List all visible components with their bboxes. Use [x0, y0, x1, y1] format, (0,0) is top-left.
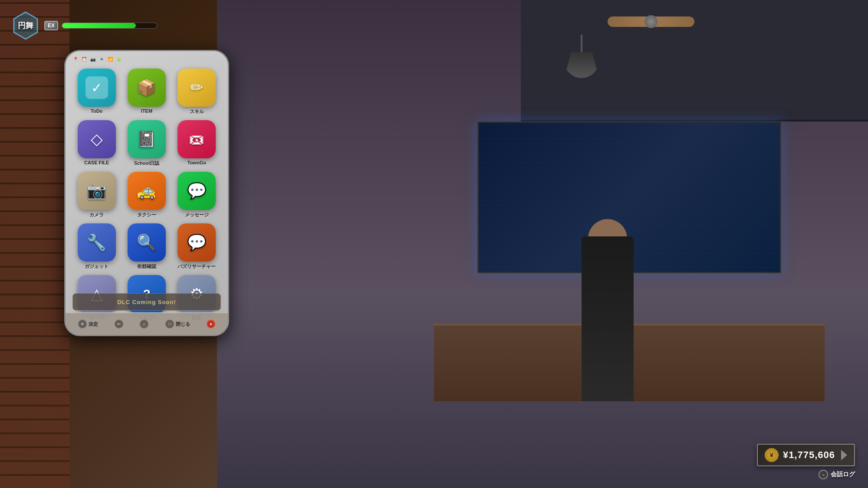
skill-symbol: ✏: [190, 79, 203, 97]
hud-character-badge: 円舞 EX: [10, 10, 157, 41]
school-symbol: 📓: [137, 130, 156, 148]
app-skill[interactable]: ✏ スキル: [174, 69, 219, 115]
app-request[interactable]: 🔍 依頼確認: [124, 223, 169, 270]
back-icon: ↩: [115, 320, 123, 328]
message-label: メッセージ: [185, 212, 209, 218]
app-item[interactable]: 📦 ITEM: [124, 69, 169, 115]
money-display: ¥ ¥1,775,606: [757, 444, 855, 466]
app-buzz[interactable]: 💬 バズリサーチャー: [174, 223, 219, 270]
chat-log-button[interactable]: ○ 会話ログ: [819, 470, 855, 479]
ceiling-light: [564, 35, 599, 78]
camera-icon: 📷: [78, 172, 116, 210]
location-icon: 📍: [72, 56, 79, 62]
phone-bottom-bar: ✕ 決定 ↩ ⌂ □ 閉じる ●: [66, 312, 228, 335]
app-school[interactable]: 📓 School日誌: [124, 120, 169, 167]
coin-icon: ¥: [765, 448, 779, 462]
casefile-icon: ◇: [78, 120, 116, 158]
exp-bar-fill: [62, 23, 136, 28]
dlc-banner: DLC Coming Soon!: [72, 293, 221, 311]
app-camera[interactable]: 📷 カメラ: [74, 172, 119, 218]
app-todo[interactable]: ✓ ToDo: [74, 69, 119, 115]
check-symbol: ✓: [85, 76, 108, 99]
taxi-symbol: 🚕: [137, 182, 156, 200]
casefile-label: CASE FILE: [84, 160, 109, 165]
buzz-icon: 💬: [178, 223, 216, 262]
bottom-btn-circle[interactable]: ●: [207, 320, 215, 328]
taxi-icon: 🚕: [128, 172, 166, 210]
app-grid: ✓ ToDo 📦 ITEM ✏ スキル ◇ CASE FILE 📓: [72, 67, 221, 291]
brightness-icon: ☀: [99, 56, 105, 62]
ceiling-fan: [608, 9, 694, 35]
bottom-btn-close[interactable]: □ 閉じる: [165, 320, 190, 328]
camera-label: カメラ: [89, 212, 104, 218]
close-icon: □: [165, 320, 174, 328]
skill-icon: ✏: [178, 69, 216, 107]
item-symbol: 📦: [137, 79, 156, 97]
money-arrow: [841, 450, 847, 460]
bottom-btn-home[interactable]: ⌂: [140, 320, 148, 328]
circle-icon: ●: [207, 320, 215, 328]
exp-bar-container: [62, 23, 157, 29]
skill-label: スキル: [190, 108, 204, 115]
battery-icon: 🔋: [116, 56, 122, 62]
todo-icon: ✓: [78, 69, 116, 107]
brick-wall: [0, 0, 69, 488]
bottom-btn-confirm[interactable]: ✕ 決定: [78, 320, 98, 328]
buzz-label: バズリサーチャー: [178, 263, 216, 270]
clock-icon: ⏰: [81, 56, 87, 62]
confirm-icon: ✕: [78, 320, 87, 328]
confirm-label: 決定: [89, 321, 98, 328]
message-symbol: 💬: [187, 182, 207, 200]
app-taxi[interactable]: 🚕 タクシー: [124, 172, 169, 218]
photo-icon: 📷: [90, 56, 96, 62]
camera-symbol: 📷: [87, 182, 106, 200]
character-name: 円舞: [18, 22, 33, 29]
chat-log-icon: ○: [819, 470, 828, 479]
gadget-symbol: 🔧: [87, 233, 106, 252]
item-label: ITEM: [141, 108, 152, 114]
character-silhouette: [573, 219, 642, 401]
close-label: 閉じる: [176, 321, 190, 328]
phone: 📍 ⏰ 📷 ☀ 📶 🔋 ✓ ToDo 📦 ITEM ✏ スキル: [64, 50, 229, 336]
towngo-label: TownGo: [187, 160, 206, 165]
towngo-icon: 🎟: [178, 120, 216, 158]
home-icon: ⌂: [140, 320, 148, 328]
request-icon: 🔍: [128, 223, 166, 262]
request-label: 依頼確認: [137, 263, 156, 270]
bottom-btn-back[interactable]: ↩: [115, 320, 123, 328]
towngo-symbol: 🎟: [189, 130, 204, 148]
message-icon: 💬: [178, 172, 216, 210]
status-bar: 📍 ⏰ 📷 ☀ 📶 🔋: [72, 55, 221, 63]
wifi-icon: 📶: [107, 56, 113, 62]
app-message[interactable]: 💬 メッセージ: [174, 172, 219, 218]
taxi-label: タクシー: [137, 212, 156, 218]
todo-label: ToDo: [91, 108, 102, 114]
school-label: School日誌: [134, 160, 160, 167]
school-icon: 📓: [128, 120, 166, 158]
gadget-label: ガジェット: [85, 263, 108, 270]
app-gadget[interactable]: 🔧 ガジェット: [74, 223, 119, 270]
buzz-symbol: 💬: [187, 233, 207, 252]
request-symbol: 🔍: [137, 233, 156, 252]
app-casefile[interactable]: ◇ CASE FILE: [74, 120, 119, 167]
hexagon-frame: 円舞: [10, 10, 41, 41]
casefile-symbol: ◇: [91, 130, 103, 148]
gadget-icon: 🔧: [78, 223, 116, 262]
dlc-text: DLC Coming Soon!: [117, 299, 176, 305]
ex-badge: EX: [44, 21, 58, 30]
money-amount: ¥1,775,606: [783, 449, 835, 461]
app-towngo[interactable]: 🎟 TownGo: [174, 120, 219, 167]
chat-log-label: 会話ログ: [831, 471, 855, 478]
item-icon: 📦: [128, 69, 166, 107]
